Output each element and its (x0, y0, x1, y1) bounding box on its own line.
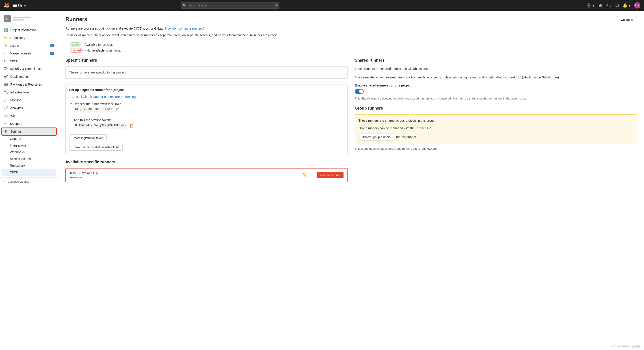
sidebar-item-packages-registries[interactable]: 📦 Packages & Registries (0, 80, 58, 88)
specific-runners-section: Specific runners These runners are speci… (66, 58, 348, 182)
status-paused-item: paused - Not available to run jobs. (70, 48, 637, 53)
runners-grid: Specific runners These runners are speci… (66, 58, 637, 182)
sidebar-item-wiki[interactable]: 📖 Wiki (0, 112, 58, 120)
project-name-block (13, 16, 31, 18)
available-runners-title: Available specific runners (66, 160, 348, 164)
registration-token: GR13489417uVnbj9t4yPSeA3kNybs (74, 122, 127, 128)
screen-icon[interactable]: 🖥 (598, 3, 602, 8)
group-desc-1: These runners are shared across projects… (358, 118, 633, 123)
sidebar-item-label: Infrastructure (10, 90, 29, 94)
sidebar-item-repository[interactable]: 📁 Repository (0, 34, 58, 42)
token-label: And this registration token: (74, 118, 111, 122)
avatar[interactable]: U ▾ (634, 2, 640, 8)
sidebar-sub-label: CI/CD (10, 170, 18, 174)
sidebar-item-project-information[interactable]: ℹ️ Project information (0, 26, 58, 34)
hamburger-icon (13, 4, 17, 7)
specific-runners-info-text: These runners are specific to this proje… (69, 70, 344, 75)
group-runners-title: Group runners (355, 106, 637, 111)
paused-desc: - Not available to run jobs. (84, 48, 121, 52)
sidebar-item-label: CI/CD (10, 60, 18, 63)
sidebar-item-analytics[interactable]: 📈 Analytics (0, 104, 58, 112)
show-runner-installation-instructions-button[interactable]: Show runner installation instructions (69, 144, 122, 150)
enable-shared-label: Enable shared runners for this project (355, 84, 637, 87)
remove-runner-button[interactable]: Remove runner (317, 172, 344, 178)
sidebar-project: P (0, 14, 58, 26)
collapse-button[interactable]: Collapse (617, 16, 637, 23)
edit-runner-button[interactable]: ✏️ (302, 172, 308, 178)
setup-step-1: Install GitLab Runner and ensure it's ru… (74, 94, 344, 99)
top-nav: 🦊 Menu 🔍 / ➕ ▾ 🖥 ⑂ ▾ ☑ 🔔 ▾ U ▾ (0, 0, 644, 11)
sidebar-item-snippets[interactable]: ✂ Snippets (0, 120, 58, 128)
main-content: Runners Collapse Runners are processes t… (58, 11, 644, 350)
enable-shared-toggle[interactable]: ✓ (355, 89, 364, 94)
setup-steps: Install GitLab Runner and ensure it's ru… (69, 94, 344, 128)
shared-desc-3-text: set to 1 (which it is on GitLab.com). (511, 76, 560, 79)
project-sub-block (13, 19, 24, 21)
gitlab-logo: 🦊 (4, 2, 10, 8)
sidebar-item-security-compliance[interactable]: 🛡 Security & Compliance (0, 65, 58, 72)
sidebar-sub-item-cicd[interactable]: CI/CD (2, 169, 56, 176)
shared-desc-2: The same shared runner executes code fro… (355, 75, 637, 80)
sidebar-sub-item-repository[interactable]: Repository (0, 162, 58, 169)
todo-icon[interactable]: ☑ (615, 3, 619, 8)
sidebar-item-merge-requests[interactable]: ⑂ Merge requests 0 (0, 50, 58, 57)
deployments-icon: 🚀 (4, 74, 8, 79)
menu-button[interactable]: Menu (13, 4, 26, 7)
slash-shortcut: / (275, 4, 278, 7)
how-to-configure-link[interactable]: How do I configure runners? (165, 27, 204, 30)
runner-url: http://192.168.1.206/ (74, 107, 113, 113)
sidebar-item-deployments[interactable]: 🚀 Deployments (0, 72, 58, 80)
sidebar-item-monitor[interactable]: 📊 Monitor (0, 96, 58, 104)
sidebar-sub-item-access-tokens[interactable]: Access Tokens (0, 156, 58, 162)
register-desc: Register as many runners as you want. Yo… (66, 33, 637, 38)
search-input[interactable] (181, 2, 280, 9)
sidebar-sub-item-integrations[interactable]: Integrations (0, 142, 58, 149)
sidebar-sub-label: Webhooks (10, 150, 25, 154)
active-desc: - Available to run jobs. (83, 43, 114, 46)
sidebar-item-issues[interactable]: ◎ Issues 0 (0, 42, 58, 50)
collapse-sidebar[interactable]: ◁ Collapse sidebar (0, 178, 58, 186)
sidebar: P ℹ️ Project information 📁 Repository ◎ … (0, 11, 58, 350)
monitor-icon: 📊 (4, 98, 8, 102)
shared-group-runners-section: Shared runners These runners are shared … (355, 58, 637, 182)
sidebar-item-label: Analytics (10, 106, 23, 110)
plus-icon[interactable]: ➕ ▾ (586, 3, 594, 8)
security-icon: 🛡 (4, 67, 8, 71)
group-desc-2: Group runners can be managed with the Ru… (358, 126, 633, 131)
sidebar-sub-label: Integrations (10, 144, 26, 147)
copy-url-button[interactable]: 📋 (115, 107, 120, 112)
specific-runners-info-box: These runners are specific to this proje… (66, 66, 348, 79)
packages-icon: 📦 (4, 82, 8, 86)
sidebar-sub-item-webhooks[interactable]: Webhooks (0, 149, 58, 156)
disable-group-runners-button[interactable]: Disable group runners (358, 134, 394, 140)
pause-runner-button[interactable]: ⏸ (310, 172, 315, 178)
menu-label: Menu (18, 4, 26, 7)
sidebar-item-cicd[interactable]: ⚙ CI/CD (0, 57, 58, 65)
merge-requests-icon: ⑂ (4, 51, 8, 55)
sidebar-sub-label: General (10, 137, 21, 140)
wiki-icon: 📖 (4, 114, 8, 118)
runner-api-link[interactable]: Runner API (416, 126, 432, 130)
runner-card: #2 (V2ymxA7-) 🔒 test-runner ✏️ ⏸ Remove … (66, 168, 348, 182)
runner-id: #2 (V2ymxA7-) (73, 171, 94, 175)
project-info (13, 16, 31, 21)
cicd-icon: ⚙ (4, 59, 8, 63)
setup-box: Set up a specific runner for a project I… (66, 84, 348, 154)
merge-request-icon[interactable]: ⑂ ▾ (606, 3, 612, 8)
bell-icon[interactable]: 🔔 ▾ (622, 3, 630, 8)
search-bar: 🔍 / (181, 2, 280, 9)
sidebar-item-infrastructure[interactable]: 🔧 Infrastructure (0, 88, 58, 96)
maxbuilds-link[interactable]: MaxBuilds (496, 76, 510, 79)
sidebar-sub-label: Access Tokens (10, 157, 31, 161)
install-runner-link[interactable]: Install GitLab Runner and ensure it's ru… (74, 95, 137, 98)
group-runners-box: These runners are shared across projects… (355, 114, 637, 144)
specific-runners-title: Specific runners (66, 58, 348, 63)
sidebar-item-settings[interactable]: ⚙ Settings (2, 128, 56, 135)
copy-token-button[interactable]: 📋 (129, 124, 134, 128)
reset-registration-token-button[interactable]: Reset registration token (69, 134, 107, 142)
runners-description: Runners are processes that pick up and e… (66, 26, 637, 31)
show-instructions-container: Show runner installation instructions (69, 142, 344, 150)
sidebar-sub-item-general[interactable]: General (0, 135, 58, 142)
project-information-icon: ℹ️ (4, 28, 8, 32)
sidebar-item-label: Packages & Registries (10, 83, 42, 86)
